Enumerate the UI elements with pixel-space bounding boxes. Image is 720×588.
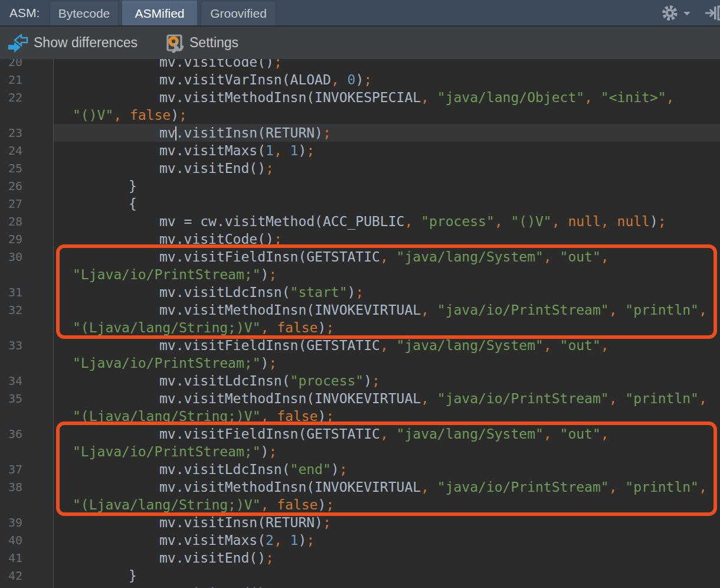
- chevron-down-icon[interactable]: [683, 12, 690, 15]
- code-text: mv.visitMethodInsn(INVOKEVIRTUAL, "java/…: [54, 478, 707, 496]
- tab-bytecode-label: Bytecode: [58, 6, 110, 20]
- code-text: mv.visitMethodInsn(INVOKEVIRTUAL, "java/…: [54, 301, 707, 319]
- code-text: mv.visitMaxs(2, 1);: [54, 531, 315, 549]
- code-line-wrap[interactable]: "Ljava/io/PrintStream;");: [0, 266, 720, 283]
- settings-gear-wrench-icon: [165, 32, 184, 54]
- line-number: 31: [0, 283, 54, 301]
- diff-arrows-icon: [7, 32, 28, 54]
- code-line-41[interactable]: 41mv.visitEnd();: [0, 549, 720, 567]
- code-text: }: [54, 567, 137, 584]
- line-number: 39: [0, 514, 54, 531]
- line-number: 22: [0, 89, 54, 106]
- code-line-wrap[interactable]: "(Ljava/lang/String;)V", false);: [0, 496, 720, 514]
- line-number: 30: [0, 248, 54, 266]
- code-line-37[interactable]: 37mv.visitLdcInsn("end");: [0, 460, 720, 478]
- line-number: 24: [0, 142, 54, 159]
- code-text: mv = cw.visitMethod(ACC_PUBLIC, "process…: [54, 213, 666, 230]
- code-line-wrap[interactable]: "()V", false);: [0, 106, 720, 124]
- code-text: mv.visitMaxs(1, 1);: [54, 142, 315, 159]
- code-text: mv.visitEnd();: [54, 159, 274, 177]
- gear-icon[interactable]: [661, 4, 679, 22]
- settings-button[interactable]: Settings: [165, 27, 238, 59]
- code-line-25[interactable]: 25mv.visitEnd();: [0, 159, 720, 177]
- code-text: cw.visitEnd();: [54, 584, 274, 588]
- panel-title: ASM:: [9, 0, 40, 25]
- code-text: mv.visitMethodInsn(INVOKEVIRTUAL, "java/…: [54, 390, 707, 407]
- code-line-33[interactable]: 33mv.visitFieldInsn(GETSTATIC, "java/lan…: [0, 337, 720, 354]
- code-line-wrap[interactable]: "(Ljava/lang/String;)V", false);: [0, 319, 720, 337]
- code-text: "Ljava/io/PrintStream;");: [54, 443, 277, 460]
- code-text: mv.visitFieldInsn(GETSTATIC, "java/lang/…: [54, 248, 609, 266]
- line-number: 23: [0, 124, 54, 142]
- code-line-26[interactable]: 26}: [0, 177, 720, 195]
- code-text: mv.visitFieldInsn(GETSTATIC, "java/lang/…: [54, 425, 609, 443]
- line-number: 38: [0, 478, 54, 496]
- line-number: 34: [0, 372, 54, 390]
- toolbar: Show differences Settings: [0, 25, 720, 59]
- line-number: 32: [0, 301, 54, 319]
- code-text: {: [54, 195, 137, 213]
- code-text: mv.visitInsn(RETURN);: [54, 124, 331, 142]
- line-number: 28: [0, 213, 54, 230]
- code-text: mv.visitVarInsn(ALOAD, 0);: [54, 71, 372, 89]
- code-line-wrap[interactable]: "Ljava/io/PrintStream;");: [0, 354, 720, 372]
- code-line-40[interactable]: 40mv.visitMaxs(2, 1);: [0, 531, 720, 549]
- tab-asmified-label: ASMified: [135, 6, 184, 20]
- line-number: 42: [0, 567, 54, 584]
- code-text: mv.visitCode();: [54, 230, 282, 248]
- code-line-29[interactable]: 29mv.visitCode();: [0, 230, 720, 248]
- line-number: 37: [0, 460, 54, 478]
- code-text: "Ljava/io/PrintStream;");: [54, 266, 277, 283]
- code-line-39[interactable]: 39mv.visitInsn(RETURN);: [0, 514, 720, 531]
- tab-bar: ASM: Bytecode ASMified Groovified: [0, 0, 720, 25]
- tab-groovified[interactable]: Groovified: [201, 1, 276, 25]
- code-line-21[interactable]: 21mv.visitVarInsn(ALOAD, 0);: [0, 71, 720, 89]
- code-line-28[interactable]: 28mv = cw.visitMethod(ACC_PUBLIC, "proce…: [0, 213, 720, 230]
- hide-panel-icon[interactable]: [705, 5, 720, 21]
- line-number: 33: [0, 337, 54, 354]
- code-line-wrap[interactable]: "(Ljava/lang/String;)V", false);: [0, 407, 720, 425]
- code-text: mv.visitLdcInsn("end");: [54, 460, 348, 478]
- line-number: 41: [0, 549, 54, 567]
- code-line-27[interactable]: 27{: [0, 195, 720, 213]
- code-editor[interactable]: 20mv.visitCode();21mv.visitVarInsn(ALOAD…: [0, 59, 720, 588]
- code-line-20[interactable]: 20mv.visitCode();: [0, 59, 720, 71]
- code-line-wrap[interactable]: "Ljava/io/PrintStream;");: [0, 443, 720, 460]
- line-number: 36: [0, 425, 54, 443]
- tab-asmified[interactable]: ASMified: [122, 1, 197, 25]
- code-line-23[interactable]: 23mv.visitInsn(RETURN);: [0, 124, 720, 142]
- show-differences-label: Show differences: [34, 35, 138, 51]
- code-line-22[interactable]: 22mv.visitMethodInsn(INVOKESPECIAL, "jav…: [0, 89, 720, 106]
- code-text: mv.visitCode();: [54, 59, 282, 71]
- code-text: mv.visitMethodInsn(INVOKESPECIAL, "java/…: [54, 89, 674, 106]
- code-line-42[interactable]: 42}: [0, 567, 720, 584]
- code-text: "(Ljava/lang/String;)V", false);: [54, 496, 334, 514]
- line-number: 25: [0, 159, 54, 177]
- code-line-35[interactable]: 35mv.visitMethodInsn(INVOKEVIRTUAL, "jav…: [0, 390, 720, 407]
- code-text: mv.visitFieldInsn(GETSTATIC, "java/lang/…: [54, 337, 609, 354]
- code-line-36[interactable]: 36mv.visitFieldInsn(GETSTATIC, "java/lan…: [0, 425, 720, 443]
- code-text: mv.visitLdcInsn("process");: [54, 372, 380, 390]
- line-number: 40: [0, 531, 54, 549]
- settings-label: Settings: [189, 35, 238, 51]
- line-number: 27: [0, 195, 54, 213]
- code-line-24[interactable]: 24mv.visitMaxs(1, 1);: [0, 142, 720, 159]
- line-number: 26: [0, 177, 54, 195]
- code-text: "Ljava/io/PrintStream;");: [54, 354, 277, 372]
- code-text: "(Ljava/lang/String;)V", false);: [54, 407, 334, 425]
- code-line-31[interactable]: 31mv.visitLdcInsn("start");: [0, 283, 720, 301]
- code-text: "(Ljava/lang/String;)V", false);: [54, 319, 334, 337]
- code-text: }: [54, 177, 137, 195]
- code-line-38[interactable]: 38mv.visitMethodInsn(INVOKEVIRTUAL, "jav…: [0, 478, 720, 496]
- code-line-34[interactable]: 34mv.visitLdcInsn("process");: [0, 372, 720, 390]
- code-line-30[interactable]: 30mv.visitFieldInsn(GETSTATIC, "java/lan…: [0, 248, 720, 266]
- line-number: 35: [0, 390, 54, 407]
- code-line-43[interactable]: 43cw.visitEnd();: [0, 584, 720, 588]
- code-line-32[interactable]: 32mv.visitMethodInsn(INVOKEVIRTUAL, "jav…: [0, 301, 720, 319]
- code-rows: 20mv.visitCode();21mv.visitVarInsn(ALOAD…: [0, 59, 720, 588]
- tab-groovified-label: Groovified: [210, 6, 267, 20]
- line-number: 43: [0, 584, 54, 588]
- line-number: 21: [0, 71, 54, 89]
- tab-bytecode[interactable]: Bytecode: [50, 1, 119, 25]
- show-differences-button[interactable]: Show differences: [7, 27, 138, 59]
